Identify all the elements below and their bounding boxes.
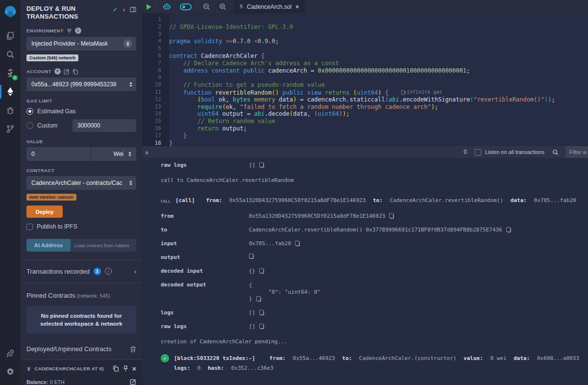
terminal-search-icon[interactable] <box>552 149 559 155</box>
value-unit-select[interactable]: Wei <box>91 147 136 161</box>
copy-icon[interactable] <box>260 325 264 329</box>
panel-title: DEPLOY & RUN TRANSACTIONS <box>26 5 105 21</box>
plugin-manager-icon[interactable] <box>0 344 21 362</box>
line-number: 9 <box>142 74 169 81</box>
search-icon[interactable] <box>0 45 21 64</box>
tx-success-icon: ✓ <box>161 354 169 362</box>
transactions-recorded-row[interactable]: Transactions recorded 1 i › <box>26 260 136 282</box>
remove-contract-icon[interactable]: × <box>132 365 136 372</box>
environment-label: ENVIRONMENT i <box>26 27 136 34</box>
pinned-network-label: (network: 545) <box>77 293 110 299</box>
evm-version-badge: evm version: cancun <box>26 194 76 201</box>
estimated-gas-option[interactable]: Estimated Gas <box>26 108 136 115</box>
copilot-toggle-icon[interactable] <box>175 0 196 13</box>
custom-gas-radio[interactable] <box>26 122 33 129</box>
deploy-run-icon[interactable] <box>0 82 21 101</box>
clear-contracts-trash-icon[interactable] <box>130 346 136 353</box>
terminal-row-kvmulti: decoded output{"0": "uint64: 0"} <box>161 282 583 303</box>
add-account-icon[interactable]: + <box>54 68 61 75</box>
code-line: 11 function revertibleRandom() public vi… <box>142 89 588 96</box>
sign-message-icon[interactable] <box>64 69 70 75</box>
terminal-row-block: ✓[block:5033220 txIndex:-] from: 0x55a..… <box>161 356 583 371</box>
at-address-button[interactable]: At Address <box>26 239 71 252</box>
panel-chevron-icon[interactable]: › <box>123 6 125 13</box>
code-line: 14 uint64 output = abi.decode(data, (uin… <box>142 110 588 118</box>
copy-icon[interactable] <box>250 255 254 259</box>
transactions-expand-icon[interactable]: › <box>134 268 136 275</box>
line-number: 15 <box>142 118 169 125</box>
zoom-out-icon[interactable] <box>198 0 215 13</box>
contract-label: CONTRACT <box>26 168 136 173</box>
solidity-file-icon: S <box>240 3 243 10</box>
code-line: 2// SPDX-License-Identifier: GPL-3.0 <box>142 24 588 31</box>
deployed-contract-title: CADENCEARCHCALER AT 0) <box>35 366 109 371</box>
pin-panel-icon[interactable] <box>130 7 136 12</box>
account-select[interactable]: 0x55a...46923 (999.9999453238 <box>26 77 136 91</box>
code-line: 7 // Declare Cadence Arch's address as a… <box>142 60 588 67</box>
code-line: 6contract CadenceArchCaler { <box>142 52 588 60</box>
code-area[interactable]: 12// SPDX-License-Identifier: GPL-3.034p… <box>142 13 588 146</box>
line-number: 18 <box>142 140 169 146</box>
publish-ipfs-option[interactable]: Publish to IPFS <box>26 223 136 230</box>
edit-balance-icon[interactable] <box>130 379 136 385</box>
code-line: 13 require(ok, "failed to fetch a random… <box>142 103 588 111</box>
copy-icon[interactable] <box>257 297 261 302</box>
compile-success-badge: ✓ <box>12 75 18 80</box>
deploy-button[interactable]: Deploy <box>26 205 63 218</box>
copy-icon[interactable] <box>260 311 264 315</box>
copy-icon[interactable] <box>260 269 264 274</box>
copy-icon[interactable] <box>260 163 264 168</box>
terminal-row-kv: output <box>161 255 583 260</box>
file-explorer-icon[interactable] <box>0 26 21 45</box>
zoom-in-icon[interactable] <box>215 0 231 13</box>
line-number: 12 <box>142 96 169 103</box>
code-line: 17 } <box>142 132 588 140</box>
custom-gas-input[interactable]: 3000000 <box>73 119 136 132</box>
line-number: 2 <box>142 24 169 31</box>
custom-gas-option[interactable]: Custom 3000000 <box>26 119 136 132</box>
listen-all-checkbox[interactable] <box>475 149 481 155</box>
pin-contract-icon[interactable] <box>122 365 129 372</box>
debugger-icon[interactable] <box>0 101 21 120</box>
solidity-compiler-icon[interactable]: ✓ <box>0 64 21 82</box>
remix-logo[interactable] <box>0 2 21 22</box>
environment-info-icon[interactable]: i <box>75 27 81 34</box>
estimated-gas-label: Estimated Gas <box>37 108 76 115</box>
environment-select-arrows-icon[interactable] <box>123 39 132 48</box>
line-number: 13 <box>142 103 169 111</box>
publish-ipfs-label: Publish to IPFS <box>37 223 77 230</box>
expand-terminal-icon[interactable]: » <box>144 151 151 153</box>
tab-filename: CadenceArch.sol <box>247 3 292 10</box>
value-input[interactable]: 0 <box>26 147 91 161</box>
transactions-count-badge: 1 <box>94 268 101 275</box>
line-number: 7 <box>142 60 169 67</box>
at-address-input[interactable]: Load contract from Addres <box>71 239 136 252</box>
publish-ipfs-checkbox[interactable] <box>26 224 33 230</box>
terminal-filter-input[interactable]: Filter w <box>565 146 588 158</box>
terminal-row-kv: toCadenceArchCaler.revertibleRandom() 0x… <box>161 227 583 233</box>
contract-select[interactable]: CadenceArchCaler - contracts/Cac <box>26 176 136 190</box>
git-icon[interactable] <box>0 120 21 138</box>
copy-address-icon[interactable] <box>113 365 119 372</box>
estimated-gas-radio[interactable] <box>26 108 33 115</box>
code-line: 8 address constant public cadenceArch = … <box>142 67 588 75</box>
line-number: 4 <box>142 38 169 45</box>
environment-select[interactable]: Injected Provider - MetaMask <box>26 37 136 51</box>
tab-close-icon[interactable]: × <box>295 4 299 10</box>
terminal-row-kv: logs[] <box>161 310 583 316</box>
code-lines: 12// SPDX-License-Identifier: GPL-3.034p… <box>142 16 588 146</box>
run-script-icon[interactable] <box>142 0 156 13</box>
copy-icon[interactable] <box>390 214 394 219</box>
gas-icon <box>401 90 405 95</box>
listen-all-label: Listen on all transactions <box>485 149 544 155</box>
code-line: 1 <box>142 16 588 24</box>
copy-icon[interactable] <box>296 242 300 246</box>
editor-tab[interactable]: S CadenceArch.sol × <box>234 0 305 13</box>
copy-account-icon[interactable] <box>73 69 78 75</box>
settings-icon[interactable] <box>0 362 21 381</box>
transactions-info-icon[interactable]: i <box>105 268 112 275</box>
copy-icon[interactable] <box>507 228 511 232</box>
collapse-contract-icon[interactable]: ∨ <box>26 365 31 372</box>
line-number: 17 <box>142 132 169 140</box>
ai-copilot-icon[interactable] <box>158 0 175 13</box>
